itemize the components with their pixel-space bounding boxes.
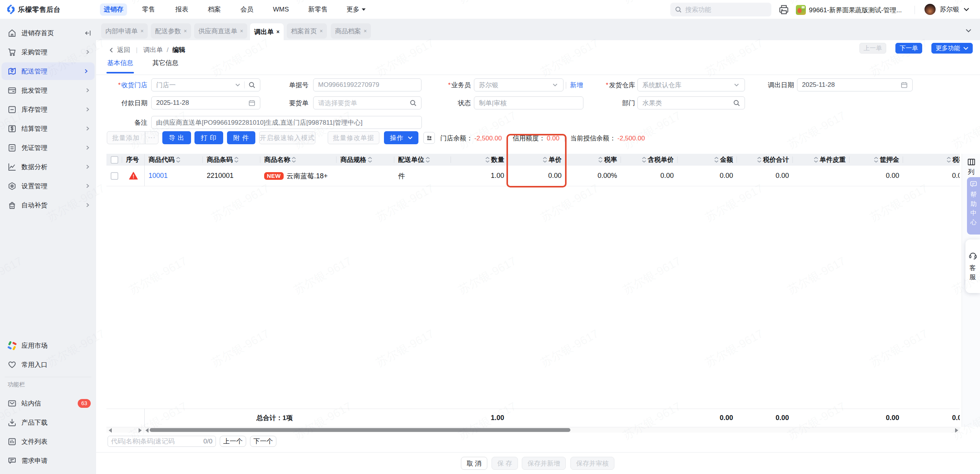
- back-link[interactable]: 返回: [117, 46, 130, 54]
- col-header-taxprice[interactable]: 含税单价: [621, 154, 678, 166]
- search-input[interactable]: 搜索功能: [670, 3, 771, 16]
- sort-icon[interactable]: [485, 157, 490, 163]
- save-and-new-button[interactable]: 保存并新增: [522, 457, 566, 470]
- sort-icon[interactable]: [543, 157, 547, 163]
- attach-button[interactable]: 附 件: [227, 131, 255, 144]
- topnav-item-8[interactable]: 更多: [346, 3, 366, 16]
- save-and-audit-button[interactable]: 保存并审核: [570, 457, 614, 470]
- topnav-item-5[interactable]: 会员: [240, 3, 253, 16]
- col-header-tax[interactable]: 税额: [903, 154, 960, 166]
- column-settings-button[interactable]: 列: [965, 159, 977, 176]
- row-settings-button[interactable]: [423, 132, 435, 144]
- sidebar-item-数据分析[interactable]: 数据分析: [0, 158, 96, 176]
- col-header-price[interactable]: 单价: [508, 154, 565, 166]
- find-next-button[interactable]: 下一个: [250, 436, 276, 447]
- batch-add-more-button[interactable]: ···: [145, 131, 158, 144]
- out-date-input[interactable]: 2025-11-28: [797, 78, 913, 91]
- sort-icon[interactable]: [426, 157, 430, 163]
- collapse-sidebar-icon[interactable]: [85, 30, 91, 36]
- sidebar-tool-站内信[interactable]: 站内信63: [0, 394, 96, 412]
- close-tab-icon[interactable]: ×: [364, 28, 367, 34]
- sort-icon[interactable]: [176, 157, 180, 163]
- tenant-switcher[interactable]: 99661-新界面果蔬版测试-管理...: [796, 5, 902, 15]
- batch-add-button[interactable]: 批量添加: [107, 131, 145, 144]
- col-header-amount[interactable]: 金额: [678, 154, 737, 166]
- sidebar-item-配送管理[interactable]: 配送管理: [2, 62, 95, 80]
- sidebar-item-设置管理[interactable]: 设置管理: [0, 177, 96, 195]
- close-tab-icon[interactable]: ×: [140, 28, 144, 34]
- col-header-name[interactable]: 商品名称: [260, 154, 336, 166]
- scrollbar-thumb[interactable]: [150, 428, 570, 432]
- close-tab-icon[interactable]: ×: [184, 28, 187, 34]
- scroll-left-icon[interactable]: [145, 428, 149, 433]
- sidebar-item-常用入口[interactable]: 常用入口: [0, 356, 96, 373]
- sidebar-tool-文件列表[interactable]: 文件列表: [0, 433, 96, 450]
- sidebar-item-凭证管理[interactable]: 凭证管理: [0, 139, 96, 156]
- sort-icon[interactable]: [292, 157, 296, 163]
- col-header-taxrate[interactable]: 税率: [565, 154, 621, 166]
- help-center-tab[interactable]: 帮助中心: [967, 177, 980, 235]
- sidebar-item-库存管理[interactable]: 库存管理: [0, 101, 96, 118]
- col-header-barcode[interactable]: 商品条码: [203, 154, 260, 166]
- print-button[interactable]: 打 印: [194, 131, 223, 144]
- customer-service-tab[interactable]: 客服: [965, 239, 980, 293]
- col-header-qty[interactable]: 数量: [451, 154, 508, 166]
- doc-tab-配送参数[interactable]: 配送参数×: [151, 23, 191, 39]
- sort-icon[interactable]: [368, 157, 372, 163]
- col-header-deposit[interactable]: 筐押金: [849, 154, 903, 166]
- department-input[interactable]: 水果类: [637, 96, 745, 109]
- speed-mode-button[interactable]: 开启极速输入模式: [259, 131, 315, 144]
- scroll-right-icon[interactable]: [955, 428, 958, 433]
- scroll-left-icon[interactable]: [109, 428, 112, 433]
- remark-input[interactable]: 由供应商直送单[PO99661992281010]生成,直送门店[9987811…: [151, 116, 422, 129]
- sort-icon[interactable]: [598, 157, 603, 163]
- tabs-expand-chevron-icon[interactable]: [964, 26, 973, 36]
- doc-tab-内部申请单[interactable]: 内部申请单×: [101, 23, 148, 39]
- find-prev-button[interactable]: 上一个: [220, 436, 246, 447]
- cancel-button[interactable]: 取 消: [461, 457, 487, 470]
- select-all-checkbox[interactable]: [106, 154, 122, 166]
- print-icon[interactable]: [779, 5, 789, 15]
- close-tab-icon[interactable]: ×: [276, 29, 279, 35]
- topnav-item-2[interactable]: 零售: [142, 3, 155, 16]
- sort-icon[interactable]: [642, 157, 646, 163]
- sidebar-item-应用市场[interactable]: 应用市场: [0, 337, 96, 354]
- fixed-columns-scrollbar[interactable]: [106, 427, 144, 433]
- prev-doc-button[interactable]: 上一单: [859, 43, 886, 54]
- sort-icon[interactable]: [714, 157, 719, 163]
- doc-tab-供应商直送单[interactable]: 供应商直送单×: [194, 23, 247, 39]
- more-actions-button[interactable]: 更多功能: [931, 43, 973, 54]
- sidebar-item-采购管理[interactable]: 采购管理: [0, 43, 96, 61]
- topnav-item-6[interactable]: WMS: [273, 3, 289, 16]
- save-button[interactable]: 保 存: [492, 457, 518, 470]
- user-menu[interactable]: 苏尔银: [924, 4, 969, 15]
- sidebar-item-进销存首页[interactable]: 进销存首页: [0, 24, 96, 42]
- col-header-code[interactable]: 商品代码: [145, 154, 203, 166]
- sort-icon[interactable]: [814, 157, 818, 163]
- doc-tab-调出单[interactable]: 调出单×: [250, 23, 284, 40]
- close-tab-icon[interactable]: ×: [240, 28, 243, 34]
- sidebar-tool-产品下载[interactable]: 产品下载: [0, 414, 96, 431]
- info-tab-基本信息[interactable]: 基本信息: [107, 59, 133, 73]
- topnav-item-4[interactable]: 档案: [208, 3, 221, 16]
- find-input[interactable]: 代码|名称|条码|速记码 0/0: [108, 436, 216, 447]
- operate-button[interactable]: 操作: [384, 131, 418, 144]
- col-header-taxsum[interactable]: 税价合计: [737, 154, 793, 166]
- sort-icon[interactable]: [947, 157, 951, 163]
- scroll-right-icon[interactable]: [139, 428, 142, 433]
- sort-icon[interactable]: [757, 157, 761, 163]
- sort-icon[interactable]: [874, 157, 878, 163]
- doc-tab-商品档案[interactable]: 商品档案×: [331, 23, 371, 39]
- topnav-item-7[interactable]: 新零售: [308, 3, 328, 16]
- close-tab-icon[interactable]: ×: [320, 28, 323, 34]
- breadcrumb-section[interactable]: 调出单: [143, 46, 163, 54]
- sidebar-item-结算管理[interactable]: 结算管理: [0, 120, 96, 137]
- app-logo[interactable]: 乐檬零售后台: [7, 4, 60, 15]
- col-header-unit[interactable]: 配送单位: [394, 154, 451, 166]
- info-tab-其它信息[interactable]: 其它信息: [152, 59, 178, 73]
- row-warning-icon[interactable]: [122, 166, 145, 186]
- next-doc-button[interactable]: 下一单: [895, 43, 922, 54]
- row-checkbox[interactable]: [106, 166, 122, 186]
- topnav-item-1[interactable]: 进销存: [100, 3, 127, 16]
- item-code-link[interactable]: 10001: [149, 172, 168, 180]
